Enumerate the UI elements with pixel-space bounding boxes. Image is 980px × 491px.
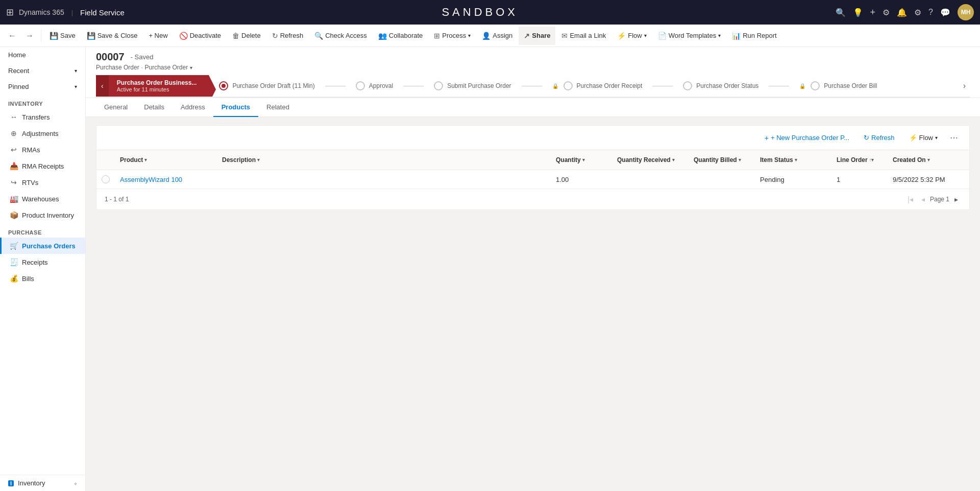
row-quantity: 1.00 xyxy=(551,171,612,189)
record-id: 00007 xyxy=(96,51,125,63)
breadcrumb-item-2[interactable]: Purchase Order xyxy=(144,64,188,71)
sidebar-item-recent[interactable]: Recent ▾ xyxy=(0,63,85,79)
chat-icon[interactable]: 💬 xyxy=(940,8,950,17)
sidebar-item-rmas[interactable]: ↩ RMAs xyxy=(0,142,85,158)
stage-4-circle xyxy=(564,81,573,90)
grid-refresh-button[interactable]: ↻ Refresh xyxy=(859,132,900,144)
sidebar-item-rma-receipts[interactable]: 📥 RMA Receipts xyxy=(0,158,85,174)
save-button[interactable]: 💾 Save xyxy=(44,27,81,45)
search-icon[interactable]: 🔍 xyxy=(836,8,846,17)
plus-icon[interactable]: + xyxy=(870,7,876,18)
page-prev-button[interactable]: ◂ xyxy=(918,194,928,204)
process-next-button[interactable]: › xyxy=(959,75,970,97)
sidebar-item-home[interactable]: Home xyxy=(0,47,85,63)
sidebar-item-product-inventory[interactable]: 📦 Product Inventory xyxy=(0,207,85,223)
row-qty-billed xyxy=(689,174,755,184)
col-header-qty-billed[interactable]: Quantity Billed ▾ xyxy=(689,154,755,166)
save-close-button[interactable]: 💾 Save & Close xyxy=(82,27,143,45)
process-chevron-icon: ▾ xyxy=(468,33,471,38)
main-layout: Home Recent ▾ Pinned ▾ Inventory ↔ Trans… xyxy=(0,47,980,491)
stage-1[interactable]: Purchase Order Draft (11 Min) xyxy=(209,77,325,95)
filter-icon[interactable]: ⚙ xyxy=(883,8,890,17)
user-avatar[interactable]: MH xyxy=(958,4,974,20)
grid-more-button[interactable]: ⋯ xyxy=(947,131,961,145)
settings-icon[interactable]: ⚙ xyxy=(914,8,921,17)
share-button[interactable]: ↗ Share xyxy=(519,27,555,45)
record-title-row: 00007 - Saved xyxy=(96,51,970,63)
col-header-product[interactable]: Product ▾ xyxy=(115,154,217,166)
col-header-created-on[interactable]: Created On ▾ xyxy=(888,154,969,166)
flow-button[interactable]: ⚡ Flow ▾ xyxy=(612,27,651,45)
tab-details[interactable]: Details xyxy=(136,98,173,117)
col-sort-qty-received-icon: ▾ xyxy=(672,157,675,162)
sidebar-item-purchase-orders[interactable]: 🛒 Purchase Orders xyxy=(0,238,85,254)
row-select-checkbox[interactable] xyxy=(102,175,110,183)
sidebar-bottom-inventory[interactable]: I Inventory ⬦ xyxy=(0,475,85,491)
stage-5[interactable]: Purchase Order Status xyxy=(673,77,769,95)
stage-6[interactable]: 🔒 Purchase Order Bill xyxy=(789,77,887,95)
email-icon: ✉ xyxy=(561,32,568,40)
waffle-icon[interactable]: ⊞ xyxy=(6,7,14,18)
sidebar-item-rtvs[interactable]: ↪ RTVs xyxy=(0,174,85,191)
sidebar-item-adjustments[interactable]: ⊕ Adjustments xyxy=(0,125,85,142)
refresh-button[interactable]: ↻ Refresh xyxy=(267,27,309,45)
row-product[interactable]: AssemblyWizard 100 xyxy=(115,171,217,189)
page-first-button[interactable]: |◂ xyxy=(904,194,916,204)
process-bar: ‹ Purchase Order Business... Active for … xyxy=(96,75,970,98)
stage-1-label: Purchase Order Draft (11 Min) xyxy=(232,82,314,89)
stage-3-label: Submit Purchase Order xyxy=(447,82,511,89)
stage-2[interactable]: Approval xyxy=(346,77,403,95)
transfers-icon: ↔ xyxy=(10,113,18,121)
page-next-button[interactable]: ▸ xyxy=(951,194,961,204)
row-checkbox-cell[interactable] xyxy=(96,170,115,189)
col-header-description[interactable]: Description ▾ xyxy=(217,154,551,166)
check-access-button[interactable]: 🔍 Check Access xyxy=(309,27,372,45)
stage-6-circle xyxy=(811,81,820,90)
new-button[interactable]: + New xyxy=(143,27,173,45)
stage-3[interactable]: Submit Purchase Order xyxy=(424,77,521,95)
grid-header: + + New Purchase Order P... ↻ Refresh ⚡ … xyxy=(96,126,969,150)
tab-general[interactable]: General xyxy=(96,98,136,117)
assign-button[interactable]: 👤 Assign xyxy=(477,27,518,45)
forward-button[interactable]: → xyxy=(21,29,38,42)
tab-address[interactable]: Address xyxy=(173,98,213,117)
record-header: 00007 - Saved Purchase Order · Purchase … xyxy=(86,47,980,98)
active-stage[interactable]: Purchase Order Business... Active for 11… xyxy=(109,75,209,97)
sidebar-item-receipts[interactable]: 🧾 Receipts xyxy=(0,254,85,270)
collaborate-button[interactable]: 👥 Collaborate xyxy=(373,27,428,45)
tab-products[interactable]: Products xyxy=(213,98,258,117)
help-icon[interactable]: ? xyxy=(928,8,933,17)
bell-icon[interactable]: 🔔 xyxy=(897,8,907,17)
command-bar: ← → 💾 Save 💾 Save & Close + New 🚫 Deacti… xyxy=(0,25,980,47)
stage-6-label: Purchase Order Bill xyxy=(824,82,877,89)
deactivate-button[interactable]: 🚫 Deactivate xyxy=(174,27,226,45)
tab-related[interactable]: Related xyxy=(258,98,298,117)
back-button[interactable]: ← xyxy=(4,29,20,42)
word-templates-button[interactable]: 📄 Word Templates ▾ xyxy=(653,27,726,45)
process-toggle-button[interactable]: ‹ xyxy=(96,75,109,97)
stage-4[interactable]: 🔒 Purchase Order Receipt xyxy=(542,77,653,95)
pinned-chevron-icon: ▾ xyxy=(75,84,77,89)
delete-button[interactable]: 🗑 Delete xyxy=(227,27,266,45)
stage-line-5 xyxy=(769,86,789,86)
grid-flow-button[interactable]: ⚡ Flow ▾ xyxy=(904,132,943,144)
sidebar-item-warehouses[interactable]: 🏭 Warehouses xyxy=(0,191,85,207)
col-header-qty-received[interactable]: Quantity Received ▾ xyxy=(612,154,689,166)
process-button[interactable]: ⊞ Process ▾ xyxy=(429,27,476,45)
col-header-line-order[interactable]: Line Order ↑▾ xyxy=(831,154,888,166)
rtvs-icon: ↪ xyxy=(10,178,18,186)
lightbulb-icon[interactable]: 💡 xyxy=(853,8,863,17)
sidebar-item-transfers[interactable]: ↔ Transfers xyxy=(0,109,85,125)
col-header-item-status[interactable]: Item Status ▾ xyxy=(755,154,831,166)
new-purchase-order-product-button[interactable]: + + New Purchase Order P... xyxy=(760,132,854,144)
sidebar-item-bills[interactable]: 💰 Bills xyxy=(0,270,85,287)
new-po-product-icon: + xyxy=(765,134,769,142)
col-header-quantity[interactable]: Quantity ▾ xyxy=(551,154,612,166)
sidebar-item-pinned[interactable]: Pinned ▾ xyxy=(0,79,85,95)
run-report-button[interactable]: 📊 Run Report xyxy=(727,27,781,45)
email-link-button[interactable]: ✉ Email a Link xyxy=(556,27,611,45)
row-item-status: Pending xyxy=(755,171,831,189)
breadcrumb-item-1[interactable]: Purchase Order xyxy=(96,64,139,71)
stage-line-1 xyxy=(325,86,346,86)
breadcrumb-chevron-icon[interactable]: ▾ xyxy=(190,65,192,71)
